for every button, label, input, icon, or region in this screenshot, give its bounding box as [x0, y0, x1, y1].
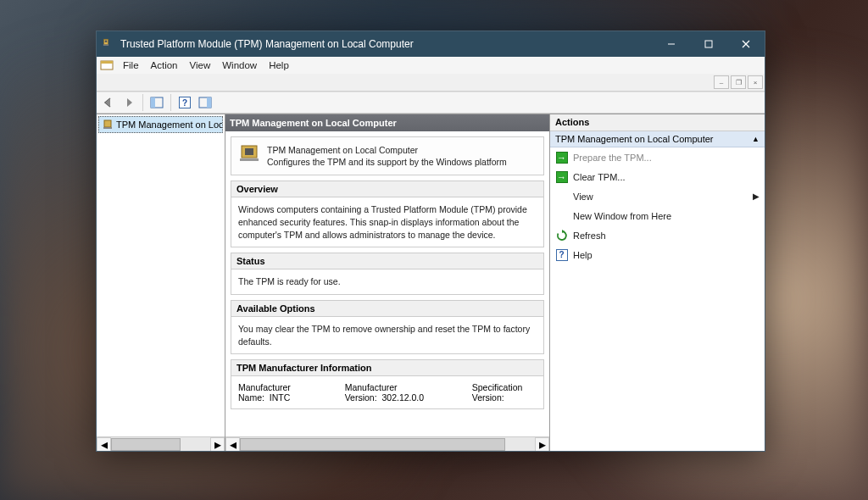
mfg-row: Manufacturer Name: INTC Manufacturer Ver… [231, 376, 543, 408]
scroll-thumb[interactable] [111, 438, 181, 451]
action-label: Help [573, 250, 593, 260]
mdi-minimize[interactable]: – [714, 75, 729, 89]
actions-pane: Actions TPM Management on Local Computer… [550, 114, 765, 451]
actions-pane-button[interactable] [196, 93, 214, 112]
scroll-left-icon[interactable]: ◂ [225, 437, 240, 452]
clear-icon: → [555, 170, 568, 183]
toolbar: ? [97, 92, 765, 114]
info-desc: Configures the TPM and its support by th… [267, 156, 507, 168]
menu-action[interactable]: Action [145, 57, 184, 74]
back-button[interactable] [99, 93, 118, 112]
menu-file[interactable]: File [117, 57, 145, 74]
tpm-icon [102, 37, 115, 51]
blank-icon [555, 190, 568, 203]
svg-rect-13 [104, 120, 111, 127]
actions-subhead-label: TPM Management on Local Computer [555, 134, 713, 144]
toolbar-separator [142, 94, 143, 111]
action-label: Prepare the TPM... [573, 153, 652, 163]
overview-section: Overview Windows computers containing a … [231, 181, 544, 247]
maximize-button[interactable] [690, 31, 727, 57]
menu-view[interactable]: View [184, 57, 217, 74]
help-icon: ? [555, 248, 568, 261]
mmc-window: Trusted Platform Module (TPM) Management… [96, 31, 765, 452]
status-body: The TPM is ready for use. [231, 269, 543, 294]
window-title: Trusted Platform Module (TPM) Management… [120, 38, 414, 50]
content-hscrollbar[interactable]: ◂ ▸ [225, 436, 549, 451]
svg-rect-10 [151, 97, 155, 108]
svg-rect-1 [105, 41, 108, 43]
mfg-ver-value: 302.12.0.0 [381, 392, 424, 403]
svg-rect-14 [103, 127, 112, 129]
svg-rect-8 [101, 61, 113, 64]
tree-item-label: TPM Management on Local Comp [116, 119, 223, 130]
menu-window[interactable]: Window [216, 57, 263, 74]
mfg-title: TPM Manufacturer Information [231, 360, 543, 376]
scroll-right-icon[interactable]: ▸ [210, 437, 225, 452]
refresh-icon [555, 229, 568, 242]
info-text: TPM Management on Local Computer Configu… [267, 144, 507, 168]
action-label: New Window from Here [573, 211, 671, 221]
scroll-left-icon[interactable]: ◂ [97, 437, 111, 452]
svg-rect-17 [240, 158, 259, 161]
content-pane: TPM Management on Local Computer TPM Man… [225, 114, 550, 451]
scroll-thumb[interactable] [240, 438, 505, 451]
action-clear-tpm[interactable]: → Clear TPM... [550, 167, 765, 186]
blank-icon [555, 209, 568, 222]
submenu-icon: ▶ [753, 192, 760, 201]
mfg-spec-label: Specification Version: [472, 382, 537, 403]
minimize-button[interactable] [653, 31, 690, 57]
options-section: Available Options You may clear the TPM … [231, 300, 544, 354]
forward-button[interactable] [120, 93, 138, 112]
prepare-icon: → [555, 151, 568, 164]
scroll-track[interactable] [111, 437, 210, 452]
tpm-chip-icon [238, 144, 260, 163]
action-label: Refresh [573, 231, 606, 241]
collapse-icon: ▲ [752, 135, 760, 143]
mdi-restore[interactable]: ❐ [731, 75, 746, 89]
content-body: TPM Management on Local Computer Configu… [225, 131, 549, 436]
scroll-track[interactable] [240, 437, 535, 452]
menubar: File Action View Window Help [97, 57, 765, 74]
toolbar-separator [170, 94, 171, 111]
action-label: View [573, 192, 593, 202]
console-icon [100, 58, 114, 72]
help-icon: ? [179, 97, 191, 108]
body: TPM Management on Local Comp ◂ ▸ TPM Man… [97, 114, 765, 451]
svg-rect-12 [207, 97, 211, 108]
overview-body: Windows computers containing a Trusted P… [231, 197, 543, 247]
tree-item-tpm[interactable]: TPM Management on Local Comp [98, 116, 223, 133]
tree-pane: TPM Management on Local Comp ◂ ▸ [97, 114, 225, 451]
status-section: Status The TPM is ready for use. [231, 253, 544, 295]
scroll-right-icon[interactable]: ▸ [535, 437, 549, 452]
tpm-node-icon [102, 119, 114, 131]
actions-header: Actions [550, 114, 765, 131]
mfg-section: TPM Manufacturer Information Manufacture… [231, 359, 544, 409]
mfg-name-value: INTC [270, 392, 291, 403]
mdi-header: – ❐ × [97, 74, 765, 92]
actions-subhead[interactable]: TPM Management on Local Computer ▲ [550, 131, 765, 147]
info-title: TPM Management on Local Computer [267, 144, 507, 156]
tree-hscrollbar[interactable]: ◂ ▸ [97, 436, 225, 451]
mdi-close[interactable]: × [748, 75, 763, 89]
action-help[interactable]: ? Help [550, 245, 765, 264]
overview-title: Overview [231, 181, 543, 197]
help-button[interactable]: ? [175, 93, 194, 112]
close-button[interactable] [727, 31, 765, 57]
action-new-window[interactable]: New Window from Here [550, 206, 765, 225]
status-title: Status [231, 253, 543, 269]
action-prepare-tpm: → Prepare the TPM... [550, 147, 765, 167]
show-hide-tree-button[interactable] [147, 93, 166, 112]
menu-help[interactable]: Help [263, 57, 295, 74]
svg-rect-2 [103, 45, 108, 46]
action-label: Clear TPM... [573, 172, 626, 182]
options-title: Available Options [231, 301, 543, 317]
options-body: You may clear the TPM to remove ownershi… [231, 317, 543, 353]
action-view[interactable]: View ▶ [550, 186, 765, 206]
info-box: TPM Management on Local Computer Configu… [231, 136, 544, 175]
content-header: TPM Management on Local Computer [225, 114, 549, 131]
action-refresh[interactable]: Refresh [550, 225, 765, 245]
svg-rect-4 [705, 41, 712, 47]
svg-rect-16 [245, 148, 253, 155]
titlebar[interactable]: Trusted Platform Module (TPM) Management… [97, 31, 765, 57]
